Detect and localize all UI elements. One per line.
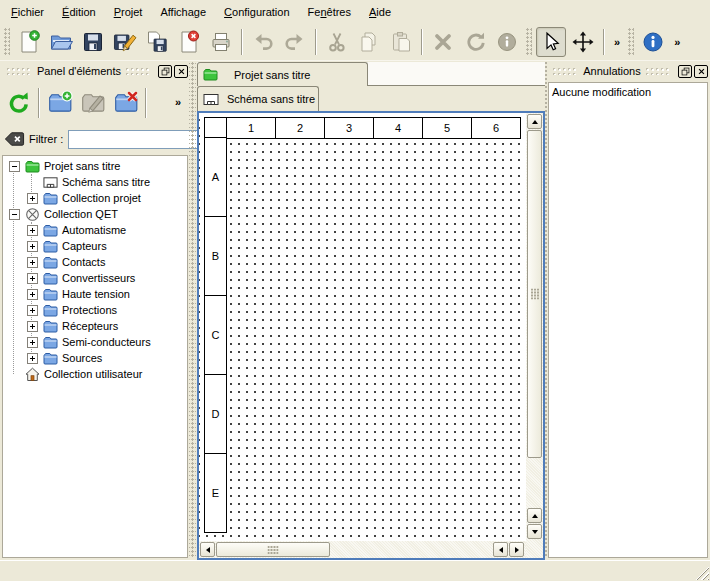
menu-configuration[interactable]: Configuration [215, 2, 298, 22]
rotate-button[interactable] [460, 27, 490, 57]
reload-collections-button[interactable] [2, 86, 35, 120]
menu-fichier[interactable]: Fichier [2, 2, 53, 22]
new-category-button[interactable] [43, 86, 76, 120]
menu-affichage[interactable]: Affichage [151, 2, 215, 22]
expand-toggle[interactable] [27, 321, 38, 332]
resize-grip[interactable] [695, 566, 709, 580]
copy-button[interactable] [354, 27, 384, 57]
toolbar-handle[interactable] [4, 28, 10, 55]
scroll-right-button[interactable] [509, 542, 524, 557]
menu-aide[interactable]: Aide [360, 2, 400, 22]
tree-item-collection-utilisateur[interactable]: Collection utilisateur [3, 366, 187, 382]
left-arrow-icon [206, 547, 210, 553]
undo-history-list[interactable]: Aucune modification [548, 82, 708, 558]
dock-close-button[interactable] [694, 65, 708, 78]
save-button[interactable] [78, 27, 108, 57]
scroll-up-button[interactable] [527, 508, 542, 523]
toolbar-overflow-button[interactable]: » [669, 36, 685, 48]
expand-toggle[interactable] [27, 353, 38, 364]
left-dock-splitter[interactable] [189, 62, 196, 558]
filter-label: Filtrer : [29, 133, 63, 145]
undo-panel-title: Annulations [583, 65, 641, 77]
tree-item-projet-sans-titre[interactable]: Projet sans titre [3, 158, 187, 174]
open-file-button[interactable] [46, 27, 76, 57]
expand-toggle[interactable] [27, 305, 38, 316]
collapse-toggle[interactable] [9, 209, 20, 220]
scroll-down-button[interactable] [527, 524, 542, 539]
toolbar-handle[interactable] [526, 28, 532, 55]
tree-item-label: Haute tension [62, 288, 134, 300]
scroll-up-button[interactable] [527, 114, 542, 129]
tree-item-collection-qet[interactable]: Collection QET [3, 206, 187, 222]
undo-history-item[interactable]: Aucune modification [552, 84, 704, 100]
undo-button[interactable] [248, 27, 278, 57]
expand-toggle[interactable] [27, 257, 38, 268]
print-button[interactable] [206, 27, 236, 57]
select-mode-button[interactable] [536, 27, 566, 57]
tab-schema[interactable]: Schéma sans titre [197, 86, 319, 111]
menu-fenetres[interactable]: Fenêtres [299, 2, 360, 22]
qet-collection-icon [25, 207, 40, 222]
collapse-toggle[interactable] [9, 161, 20, 172]
scrollbar-corner [526, 541, 543, 558]
undo-panel-titlebar[interactable]: Annulations [548, 62, 708, 80]
expand-toggle[interactable] [27, 337, 38, 348]
schema-icon [203, 93, 219, 106]
tab-project[interactable]: Projet sans titre [197, 62, 368, 86]
horizontal-scroll-thumb[interactable] [216, 542, 330, 557]
main-toolbar: » » [0, 23, 710, 61]
element-info-button[interactable] [492, 27, 522, 57]
dock-float-button[interactable] [678, 65, 692, 78]
column-header-3: 3 [324, 117, 374, 139]
dock-float-button[interactable] [158, 65, 172, 78]
toolbar-overflow-button[interactable]: » [609, 36, 625, 48]
dock-handle[interactable] [7, 68, 32, 75]
expand-toggle[interactable] [27, 225, 38, 236]
select-mode-icon [539, 30, 563, 54]
dock-handle[interactable] [553, 68, 578, 75]
toolbar-handle[interactable] [628, 28, 634, 55]
edit-category-icon [80, 90, 106, 116]
menu-edition[interactable]: Édition [53, 2, 105, 22]
diagram-canvas[interactable] [199, 113, 526, 541]
expand-toggle[interactable] [27, 193, 38, 204]
redo-button[interactable] [280, 27, 310, 57]
save-all-button[interactable] [142, 27, 172, 57]
scroll-left-button[interactable] [200, 542, 215, 557]
clear-filter-button[interactable] [4, 131, 25, 147]
new-document-button[interactable] [14, 27, 44, 57]
delete-category-button[interactable] [109, 86, 142, 120]
vertical-scroll-thumb[interactable] [527, 130, 542, 458]
home-icon [25, 367, 40, 382]
scroll-left-button[interactable] [493, 542, 508, 557]
save-as-button[interactable] [110, 27, 140, 57]
schema-tab-bar: Schéma sans titre [197, 86, 545, 111]
tree-item-collection-projet[interactable]: Collection projet [3, 190, 187, 206]
vertical-scrollbar[interactable] [526, 113, 543, 541]
tree-item-label: Convertisseurs [62, 272, 139, 284]
delete-button[interactable] [428, 27, 458, 57]
element-collection-tree[interactable]: Projet sans titreSchéma sans titreCollec… [2, 155, 188, 558]
toolbar-separator [145, 88, 147, 118]
expand-toggle[interactable] [27, 241, 38, 252]
dock-close-button[interactable] [174, 65, 188, 78]
cut-button[interactable] [322, 27, 352, 57]
horizontal-scrollbar[interactable] [199, 541, 526, 558]
close-file-button[interactable] [174, 27, 204, 57]
panel-toolbar-overflow-button[interactable]: » [170, 96, 186, 108]
edit-category-button[interactable] [76, 86, 109, 120]
menu-projet[interactable]: Projet [105, 2, 152, 22]
filter-row: Filtrer : [2, 127, 188, 151]
expand-toggle[interactable] [27, 273, 38, 284]
dock-handle[interactable] [126, 68, 151, 75]
expand-toggle[interactable] [27, 289, 38, 300]
about-button[interactable] [638, 27, 668, 57]
workspace: Projet sans titre Schéma sans titre 1234… [197, 62, 545, 560]
about-icon [641, 30, 665, 54]
elements-panel-titlebar[interactable]: Panel d'éléments [2, 62, 188, 80]
pan-mode-button[interactable] [568, 27, 598, 57]
tree-item-sources[interactable]: Sources [3, 350, 187, 366]
paste-button[interactable] [386, 27, 416, 57]
main-area: Panel d'éléments » Filtrer : [0, 62, 710, 560]
dock-handle[interactable] [646, 68, 671, 75]
